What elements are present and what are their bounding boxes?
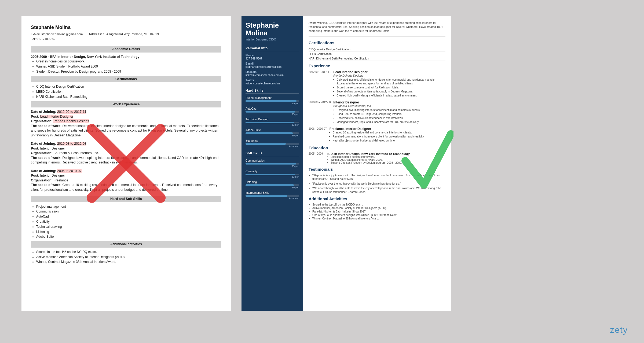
skill-level: Expert bbox=[246, 186, 299, 189]
exp-dates: 2006 - 2010-07 bbox=[309, 127, 327, 143]
resume-sidebar: Stephanie Molina Interior Designer, CIDQ… bbox=[241, 16, 303, 311]
list-item: AutoCad bbox=[36, 214, 221, 219]
list-item: Winner, ASID Student Portfolio Award 200… bbox=[331, 158, 410, 161]
resume-main-content: Award-winning, CIDQ certified interior d… bbox=[303, 16, 451, 311]
skill-bar-bg bbox=[246, 163, 299, 165]
main-container: Stephanie Molina E-Mail: stephanieqmolin… bbox=[0, 0, 644, 343]
list-item: Scored the re-compete contract for Radis… bbox=[336, 86, 445, 90]
twitter-label: Twitter bbox=[246, 79, 299, 82]
edu-dates: 2005 - 2009 bbox=[309, 152, 325, 164]
skill-name: Project Management bbox=[246, 96, 299, 99]
exp-bullets: Created 10 exciting residential and comm… bbox=[330, 131, 445, 143]
skill-bar-fill bbox=[246, 132, 293, 134]
divider bbox=[31, 44, 221, 44]
skill-item: Listening Expert bbox=[246, 180, 299, 189]
hard-skills-title: Hard Skills bbox=[246, 89, 299, 94]
skill-name: Listening bbox=[246, 180, 299, 184]
experience-title: Experience bbox=[309, 64, 445, 68]
left-tel-line: Tel: 917-749-5567 bbox=[31, 37, 221, 41]
academic-bullets: Great in home design coursework. Winner,… bbox=[31, 59, 221, 74]
edu-entry: 2005 - 2009 BFA in Interior Design, New … bbox=[309, 152, 445, 164]
testimonials-title: Testimonials bbox=[309, 167, 445, 172]
soft-skills-title: Soft Skills bbox=[246, 151, 299, 156]
skill-bar-bg bbox=[246, 100, 299, 102]
list-item: Winner, Contract Magazine 38th Annual In… bbox=[312, 217, 445, 220]
exp-details: Interior Designer Bourgoin & Hess Interi… bbox=[333, 100, 445, 124]
skill-level: Advanced bbox=[246, 197, 299, 200]
skill-level: Expert bbox=[246, 165, 299, 167]
list-item: Scored in the top 1% on the NCIDQ exam. bbox=[312, 203, 445, 206]
email-label: E-Mail: bbox=[31, 32, 41, 36]
skill-bar-fill bbox=[246, 184, 294, 186]
list-item: Received commendations from every client… bbox=[333, 135, 445, 139]
skill-bar-bg bbox=[246, 195, 299, 197]
list-item: LEED Certification bbox=[36, 90, 221, 94]
skill-item: Adobe Suite Expert bbox=[246, 128, 299, 137]
person-name: Stephanie Molina bbox=[246, 21, 299, 37]
company: Bourgoin & Hess Interiors, Inc. bbox=[333, 104, 445, 107]
edu-bullets: Excelled in home design coursework. Winn… bbox=[327, 155, 410, 164]
list-item: Excelled in home design coursework. bbox=[331, 155, 410, 158]
list-item: "Stephanie is a joy to work with. Her de… bbox=[312, 174, 445, 181]
skill-name: Technical Drawing bbox=[246, 118, 299, 121]
skill-bar-fill bbox=[246, 174, 295, 175]
exp-bullets: Designed awe-inspiring interiors for res… bbox=[333, 108, 445, 124]
exp-details: Freelance Interior Designer Created 10 e… bbox=[330, 127, 445, 143]
summary-text: Award-winning, CIDQ certified interior d… bbox=[309, 21, 445, 37]
exp-dates: 2012-09 - 2017-11 bbox=[309, 70, 331, 98]
list-item: Student Director, Freedom by Design prog… bbox=[36, 69, 221, 74]
job-entry: Date of Joining: 2012-09 to 2017-11 Post… bbox=[31, 110, 221, 138]
skill-level: Expert bbox=[246, 113, 299, 115]
list-item: NARI Kitchen and Bath Remodeling Certifi… bbox=[309, 56, 445, 61]
list-item: CIDQ Interior Design Certification bbox=[309, 47, 445, 52]
list-item: Winner, Contract Magazine 38th Annual In… bbox=[36, 260, 221, 264]
skill-name: Communication bbox=[246, 159, 299, 162]
skill-bar-bg bbox=[246, 143, 299, 145]
skill-name: AutoCad bbox=[246, 107, 299, 110]
skill-name: Budgeting bbox=[246, 139, 299, 142]
list-item: Winner, ASID Student Portfolio Award 200… bbox=[36, 64, 221, 69]
skill-bar-fill bbox=[246, 163, 296, 165]
job-entry: Date of Joining: 2010-08 to 2012-08 Post… bbox=[31, 141, 221, 165]
cert-bullets: CIDQ Interior Design Certification LEED … bbox=[31, 84, 221, 99]
exp-entry: 2012-09 - 2017-11 Lead Interior Designer… bbox=[309, 70, 445, 98]
person-title: Interior Designer, CIDQ bbox=[246, 38, 299, 41]
additional-title: Additional Activities bbox=[309, 196, 445, 201]
academic-header: Academic Details bbox=[31, 46, 221, 53]
skills-header: Hard and Soft Skills bbox=[31, 196, 221, 202]
list-item: Panelist, Kitchen & Bath Industry Show 2… bbox=[312, 210, 445, 213]
degree-text: 2005-2009 - BFA in Interior Design, New … bbox=[31, 55, 221, 59]
job-title: Interior Designer bbox=[333, 100, 445, 104]
skill-item: AutoCad Expert bbox=[246, 107, 299, 115]
skill-item: Communication Expert bbox=[246, 159, 299, 167]
list-item: Managed vendors, reps, and subcontractor… bbox=[336, 120, 445, 124]
skill-name: Interpersonal Skills bbox=[246, 191, 299, 194]
list-item: Creativity bbox=[36, 219, 221, 224]
company: Renée Doherty Designs bbox=[333, 74, 445, 77]
linkedin-value: linkedin.com/in/stephanieqmolin bbox=[246, 74, 299, 77]
list-item: LEED Certification bbox=[309, 52, 445, 56]
edu-degree: BFA in Interior Design, New York Institu… bbox=[327, 152, 410, 155]
skill-level: Expert bbox=[246, 124, 299, 126]
testimonials: "Stephanie is a joy to work with. Her de… bbox=[309, 174, 445, 194]
list-item: Communication bbox=[36, 209, 221, 214]
left-email-line: E-Mail: stephanieqmolina@gmail.com Addre… bbox=[31, 32, 221, 36]
skills-list: Project management Communication AutoCad… bbox=[31, 204, 221, 239]
list-item: Kept all projects under budget and deliv… bbox=[333, 139, 445, 143]
skill-bar-fill bbox=[246, 195, 287, 197]
skill-item: Interpersonal Skills Advanced bbox=[246, 191, 299, 200]
list-item: Listening bbox=[36, 230, 221, 234]
education-title: Education bbox=[309, 146, 445, 150]
list-item: "We never thought we'd be able to leave … bbox=[312, 187, 445, 194]
edu-details: BFA in Interior Design, New York Institu… bbox=[327, 152, 410, 164]
skill-level: Advanced bbox=[246, 145, 299, 148]
list-item: Received 99% positive client feedback in… bbox=[336, 116, 445, 120]
activities-header: Additional activities bbox=[31, 241, 221, 248]
list-item: Several of my projects written up favora… bbox=[336, 90, 445, 94]
certs-title: Certifications bbox=[309, 40, 445, 45]
list-item: Created 10 exciting residential and comm… bbox=[333, 131, 445, 135]
address-label: Address: bbox=[89, 32, 102, 36]
email-value: stephanieqmolina@gmail.com bbox=[41, 32, 83, 36]
tel-label: Tel: bbox=[31, 37, 36, 40]
skill-level: Expert bbox=[246, 102, 299, 105]
